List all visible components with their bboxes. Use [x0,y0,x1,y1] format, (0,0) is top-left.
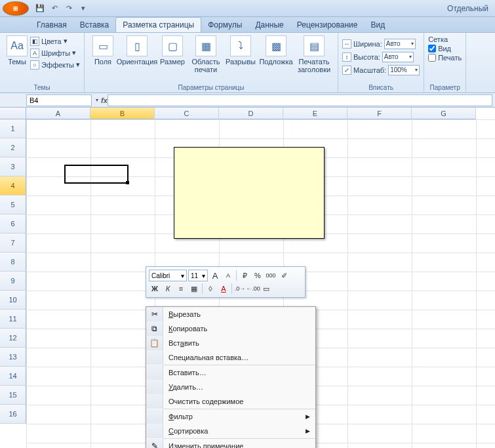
worksheet: ABCDEFG 12345678910111213141516 Calibri▾… [0,108,495,448]
accounting-icon[interactable]: ₽ [239,270,250,281]
width-combo[interactable]: Авто▾ [384,39,416,49]
save-icon[interactable]: 💾 [33,2,47,15]
quick-access-toolbar: ⊞ 💾 ↶ ↷ ▾ Отдельный [0,0,495,17]
ctx-удалить-[interactable]: Удалить… [146,380,315,394]
fx-icon[interactable]: fx [101,96,108,104]
row-header-16[interactable]: 16 [0,405,26,424]
group-title-themes: Темы [4,83,80,92]
comment-box[interactable] [174,147,325,239]
themes-button[interactable]: Aa Темы [4,34,30,67]
qat-more-icon[interactable]: ▾ [77,2,90,15]
gridlines-print-check[interactable]: Печать [428,54,462,62]
mini-font-combo[interactable]: Calibri▾ [149,270,187,281]
col-header-E[interactable]: E [283,108,347,119]
col-header-G[interactable]: G [412,108,476,119]
row-header-7[interactable]: 7 [0,234,26,253]
margins-icon: ▭ [92,35,113,56]
ctx-фильтр[interactable]: Фильтр▶ [146,409,315,424]
scale-combo[interactable]: 100%▾ [388,65,420,75]
size-button[interactable]: ▢Размер [157,34,188,67]
scale-icon: ⤢ [342,66,351,75]
tab-formulas[interactable]: Формулы [201,18,248,32]
row-header-11[interactable]: 11 [0,310,26,329]
ctx-вставить[interactable]: 📋Вставить [146,336,315,350]
col-header-C[interactable]: C [155,108,219,119]
ctx-специальная-вставка-[interactable]: Специальная вставка… [146,350,315,365]
margins-button[interactable]: ▭Поля [89,34,117,67]
shrink-font-icon[interactable]: A [222,270,234,281]
row-header-12[interactable]: 12 [0,329,26,348]
ctx-сортировка[interactable]: Сортировка▶ [146,424,315,438]
row-header-10[interactable]: 10 [0,291,26,310]
colors-button[interactable]: ◧Цвета ▾ [30,35,80,47]
print-titles-button[interactable]: ▤Печатать заголовки [294,34,334,75]
row-header-15[interactable]: 15 [0,386,26,405]
dropdown-icon[interactable]: ▾ [96,97,98,103]
comma-icon[interactable]: 000 [265,270,277,281]
gridlines-view-check[interactable]: Вид [428,45,462,52]
tab-data[interactable]: Данные [248,18,290,32]
tab-page-layout[interactable]: Разметка страницы [115,17,201,32]
ctx-очистить-содержимое[interactable]: Очистить содержимое [146,394,315,409]
format-painter-icon[interactable]: ✐ [278,270,290,281]
row-header-8[interactable]: 8 [0,253,26,272]
redo-icon[interactable]: ↷ [62,2,75,15]
row-header-4[interactable]: 4 [0,176,26,195]
align-icon[interactable]: ≡ [175,283,187,295]
row-header-9[interactable]: 9 [0,272,26,291]
background-button[interactable]: ▩Подложка [258,34,294,67]
orientation-button[interactable]: ▯Ориентация [117,34,157,67]
height-combo[interactable]: Авто▾ [382,52,414,62]
row-header-3[interactable]: 3 [0,157,26,176]
group-title-page: Параметры страницы [89,83,334,92]
row-header-5[interactable]: 5 [0,195,26,214]
col-header-A[interactable]: A [26,108,90,119]
grow-font-icon[interactable]: A [209,270,221,281]
undo-icon[interactable]: ↶ [48,2,61,15]
bold-icon[interactable]: Ж [149,283,161,295]
background-icon: ▩ [266,35,287,56]
column-headers: ABCDEFG [26,108,495,119]
formula-input[interactable] [108,94,492,106]
colors-icon: ◧ [30,37,39,46]
ctx-вставить-[interactable]: Вставить… [146,365,315,380]
row-header-6[interactable]: 6 [0,214,26,234]
group-scale-to-fit: ↔Ширина: Авто▾ ↕Высота: Авто▾ ⤢Масштаб: … [338,33,424,92]
col-header-D[interactable]: D [219,108,283,119]
margins-label: Поля [94,58,111,66]
ctx-копировать[interactable]: ⧉Копировать [146,321,315,336]
row-header-2[interactable]: 2 [0,138,26,157]
tab-view[interactable]: Вид [364,18,391,32]
active-cell-B4[interactable] [64,165,129,184]
row-header-14[interactable]: 14 [0,367,26,386]
ctx-вырезать[interactable]: ✂Вырезать [146,307,315,321]
row-header-1[interactable]: 1 [0,119,26,138]
ctx-icon: ⧉ [146,321,163,336]
fill-color-icon[interactable]: ◊ [205,283,216,295]
col-header-F[interactable]: F [347,108,412,119]
select-all-corner[interactable] [0,108,26,119]
background-label: Подложка [259,58,292,66]
font-color-icon[interactable]: A [218,283,229,295]
percent-icon[interactable]: % [252,270,264,281]
col-header-B[interactable]: B [90,108,155,119]
increase-decimal-icon[interactable]: ←.00 [247,283,259,295]
italic-icon[interactable]: К [162,283,174,295]
print-area-label: Область печати [188,58,224,73]
print-area-button[interactable]: ▦Область печати [188,34,224,75]
fonts-button[interactable]: AШрифты ▾ [30,47,80,58]
tab-insert[interactable]: Вставка [73,18,116,32]
tab-home[interactable]: Главная [30,18,73,32]
merge-icon[interactable]: ▭ [260,283,272,295]
borders-icon[interactable]: ▦ [188,283,200,295]
office-button[interactable]: ⊞ [3,1,29,16]
tab-review[interactable]: Рецензирование [290,18,365,32]
row-header-13[interactable]: 13 [0,348,26,367]
width-value: Авто [386,40,401,47]
mini-size-combo[interactable]: 11▾ [188,270,208,281]
name-box[interactable]: B4 [26,94,92,106]
decrease-decimal-icon[interactable]: .0→ [234,283,246,295]
ctx-изменить-примечание[interactable]: ✎Изменить примечание [146,439,315,448]
breaks-button[interactable]: ⤵Разрывы [224,34,258,67]
effects-button[interactable]: ○Эффекты ▾ [30,59,80,70]
